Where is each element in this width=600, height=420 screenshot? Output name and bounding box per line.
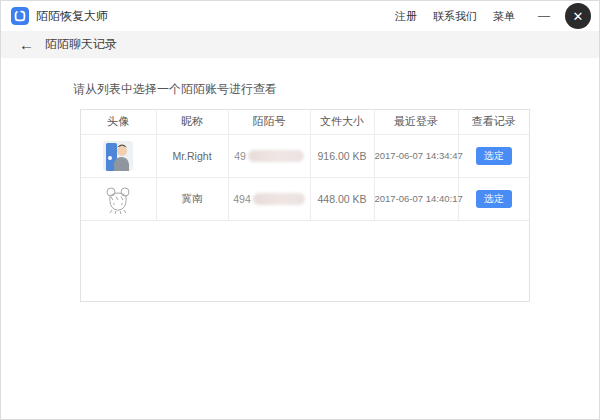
momo-logo-icon: [11, 7, 29, 25]
nickname-cell: 冀南: [156, 177, 228, 220]
nickname-cell: Mr.Right: [156, 134, 228, 177]
select-button[interactable]: 选定: [476, 147, 512, 165]
contact-us-link[interactable]: 联系我们: [433, 9, 477, 24]
table-row: 冀南 494 448.00 KB 2017-06-07 14:40:17 选定: [81, 177, 529, 220]
titlebar: 陌陌恢复大师 注册 联系我们 菜单 — ✕: [1, 1, 599, 31]
anime-girl-sketch-avatar: [103, 184, 133, 214]
select-button[interactable]: 选定: [476, 190, 512, 208]
close-icon: ✕: [573, 9, 584, 24]
momo-id-cell: 49: [229, 150, 310, 162]
man-cartoon-avatar: [103, 141, 133, 171]
header-momo-id: 陌陌号: [228, 110, 310, 134]
app-window: 陌陌恢复大师 注册 联系我们 菜单 — ✕ ← 陌陌聊天记录 请从列表中选择一个…: [0, 0, 600, 420]
redacted-id-blur: [253, 193, 305, 205]
accounts-table: 头像 昵称 陌陌号 文件大小 最近登录 查看记录: [81, 110, 529, 221]
menu-link[interactable]: 菜单: [493, 9, 515, 24]
table-header-row: 头像 昵称 陌陌号 文件大小 最近登录 查看记录: [81, 110, 529, 134]
subheader-title: 陌陌聊天记录: [45, 36, 117, 53]
register-link[interactable]: 注册: [395, 9, 417, 24]
header-avatar: 头像: [81, 110, 156, 134]
file-size-cell: 448.00 KB: [310, 177, 374, 220]
momo-id-cell: 494: [229, 193, 310, 205]
instruction-text: 请从列表中选择一个陌陌账号进行查看: [73, 81, 528, 98]
header-view-records: 查看记录: [458, 110, 529, 134]
header-file-size: 文件大小: [310, 110, 374, 134]
last-login-cell: 2017-06-07 14:34:47: [374, 134, 458, 177]
minimize-icon[interactable]: —: [537, 1, 551, 31]
back-arrow-icon[interactable]: ←: [19, 37, 34, 52]
close-button[interactable]: ✕: [565, 3, 591, 29]
app-title: 陌陌恢复大师: [36, 8, 108, 25]
file-size-cell: 916.00 KB: [310, 134, 374, 177]
accounts-table-container: 头像 昵称 陌陌号 文件大小 最近登录 查看记录: [80, 109, 530, 302]
header-last-login: 最近登录: [374, 110, 458, 134]
last-login-cell: 2017-06-07 14:40:17: [374, 177, 458, 220]
subheader: ← 陌陌聊天记录: [1, 31, 599, 58]
header-nickname: 昵称: [156, 110, 228, 134]
redacted-id-blur: [248, 150, 304, 162]
main-content: 请从列表中选择一个陌陌账号进行查看 头像 昵称 陌陌号 文件大小 最近登录 查看…: [1, 58, 599, 302]
table-row: Mr.Right 49 916.00 KB 2017-06-07 14:34:4…: [81, 134, 529, 177]
